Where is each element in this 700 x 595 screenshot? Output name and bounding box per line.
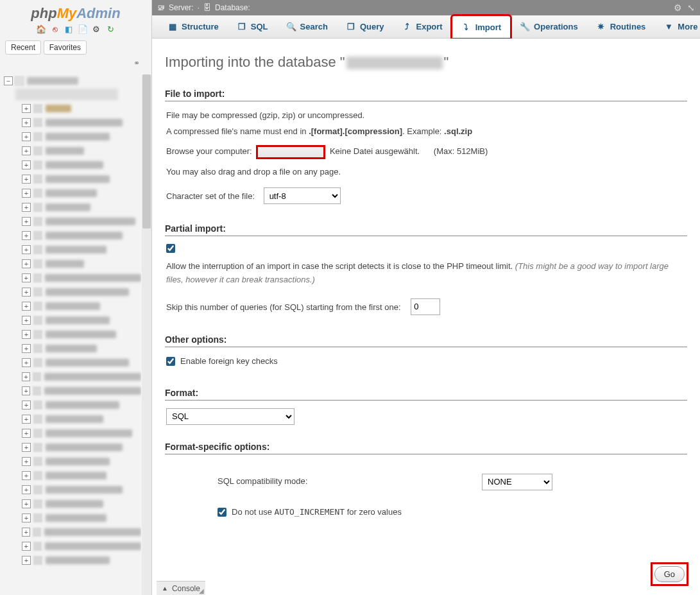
console-bar[interactable]: ▲ Console ◢ — [157, 581, 205, 595]
charset-select[interactable]: utf-8 — [264, 187, 341, 204]
link-icon[interactable]: ⚭ — [133, 58, 140, 67]
tree-table-item[interactable]: + — [22, 186, 141, 200]
fk-checks-checkbox[interactable] — [166, 357, 175, 366]
tree-table-item[interactable]: + — [22, 454, 141, 469]
tree-table-item[interactable]: + — [22, 370, 141, 384]
tree-table-item[interactable]: + — [22, 553, 141, 567]
tree-table-item[interactable]: + — [22, 101, 141, 116]
sql-icon[interactable]: ◧ — [64, 24, 74, 35]
allow-interrupt-checkbox[interactable] — [166, 244, 175, 253]
tree-table-item[interactable]: + — [22, 172, 141, 186]
tree-expand-icon[interactable]: + — [22, 330, 31, 339]
resize-corner-icon[interactable]: ◢ — [199, 587, 204, 594]
skip-queries-input[interactable] — [411, 298, 440, 315]
tree-table-item[interactable]: + — [22, 398, 141, 412]
tree-table-item[interactable]: + — [22, 511, 141, 525]
tree-table-item[interactable]: + — [22, 539, 141, 553]
tree-expand-icon[interactable]: + — [22, 372, 30, 381]
tree-expand-icon[interactable]: + — [22, 203, 31, 212]
tab-search[interactable]: 🔍Search — [277, 15, 337, 38]
tree-table-item[interactable]: + — [22, 285, 141, 299]
tab-sql[interactable]: ❐SQL — [228, 15, 277, 38]
tree-table-item[interactable]: + — [22, 469, 141, 483]
tree-expand-icon[interactable]: + — [22, 471, 31, 480]
tab-structure[interactable]: ▦Structure — [158, 15, 228, 38]
tree-expand-icon[interactable]: + — [22, 443, 31, 452]
tree-table-item[interactable]: + — [22, 327, 141, 341]
refresh-icon[interactable]: ↻ — [105, 24, 115, 35]
tree-table-item[interactable]: + — [22, 341, 141, 356]
tree-expand-icon[interactable]: + — [22, 528, 30, 537]
tree-table-item[interactable]: + — [22, 257, 141, 271]
tab-operations[interactable]: 🔧Operations — [511, 15, 587, 38]
tree-expand-icon[interactable]: + — [22, 217, 31, 226]
tree-table-item[interactable]: + — [22, 412, 141, 426]
sql-compat-select[interactable]: NONE — [482, 474, 552, 490]
tree-expand-icon[interactable]: + — [22, 457, 31, 466]
tab-query[interactable]: ❐Query — [337, 15, 393, 38]
tree-table-item[interactable]: + — [22, 384, 141, 398]
favorites-tab[interactable]: Favorites — [44, 40, 87, 55]
tab-export[interactable]: ⤴Export — [393, 15, 451, 38]
database-label[interactable]: Database: — [215, 3, 250, 12]
home-icon[interactable]: 🏠 — [36, 24, 46, 35]
tree-table-item[interactable]: + — [22, 525, 141, 539]
tab-import[interactable]: ⤵Import — [452, 15, 511, 39]
tree-table-item[interactable]: + — [22, 497, 141, 511]
db-tree[interactable]: −+++++++++++++++++++++++++++++++++ — [0, 74, 141, 595]
tree-expand-icon[interactable]: + — [22, 245, 31, 254]
tree-expand-icon[interactable]: + — [22, 231, 31, 240]
tree-expand-icon[interactable]: + — [22, 358, 31, 367]
tree-expand-icon[interactable]: + — [22, 302, 31, 311]
file-input[interactable] — [256, 145, 325, 159]
tree-table-item[interactable]: + — [22, 243, 141, 257]
sidebar-scrollbar[interactable] — [142, 74, 151, 595]
tree-expand-icon[interactable]: + — [22, 146, 31, 155]
tree-expand-icon[interactable]: + — [22, 513, 31, 522]
tree-expand-icon[interactable]: + — [22, 175, 31, 184]
tree-table-item[interactable]: + — [22, 130, 141, 144]
tree-expand-icon[interactable]: + — [22, 118, 31, 127]
auto-increment-checkbox[interactable] — [218, 508, 226, 517]
tree-table-item[interactable]: + — [22, 200, 141, 214]
tree-table-item[interactable]: + — [22, 158, 141, 172]
tree-collapse-icon[interactable]: − — [4, 76, 13, 85]
doc-icon[interactable]: 📄 — [78, 24, 88, 35]
exit-icon[interactable]: ⎋ — [50, 24, 60, 35]
go-button[interactable]: Go — [654, 566, 685, 582]
recent-tab[interactable]: Recent — [5, 40, 41, 55]
tree-table-item[interactable]: + — [22, 356, 141, 370]
tree-expand-icon[interactable]: + — [22, 259, 31, 268]
tree-selected-item[interactable] — [15, 89, 118, 100]
tree-table-item[interactable]: + — [22, 144, 141, 158]
tree-expand-icon[interactable]: + — [22, 386, 30, 395]
tree-table-item[interactable]: + — [22, 116, 141, 130]
tree-table-item[interactable]: + — [22, 299, 141, 313]
tree-expand-icon[interactable]: + — [22, 499, 31, 508]
tab-routines[interactable]: ✷Routines — [587, 15, 655, 38]
tree-expand-icon[interactable]: + — [22, 189, 31, 198]
tree-table-item[interactable]: + — [22, 426, 141, 440]
tree-table-item[interactable]: + — [22, 483, 141, 497]
tree-expand-icon[interactable]: + — [22, 401, 31, 410]
tree-expand-icon[interactable]: + — [22, 556, 31, 565]
tree-expand-icon[interactable]: + — [22, 132, 31, 141]
tree-expand-icon[interactable]: + — [22, 316, 31, 325]
tree-expand-icon[interactable]: + — [22, 415, 31, 424]
tree-table-item[interactable]: + — [22, 271, 141, 285]
tree-expand-icon[interactable]: + — [22, 273, 31, 282]
pma-logo[interactable]: phpMyAdmin — [0, 0, 151, 23]
tree-table-item[interactable]: + — [22, 229, 141, 243]
tree-db-name[interactable] — [27, 77, 78, 85]
tree-table-item[interactable]: + — [22, 440, 141, 454]
tree-expand-icon[interactable]: + — [22, 104, 31, 113]
tree-expand-icon[interactable]: + — [22, 429, 31, 438]
tree-table-item[interactable]: + — [22, 313, 141, 327]
tree-table-item[interactable]: + — [22, 214, 141, 229]
tree-expand-icon[interactable]: + — [22, 542, 31, 551]
tab-more[interactable]: ▼More — [654, 15, 700, 38]
tree-expand-icon[interactable]: + — [22, 344, 31, 353]
tree-expand-icon[interactable]: + — [22, 288, 31, 297]
tree-expand-icon[interactable]: + — [22, 485, 31, 494]
server-label[interactable]: Server: — [169, 3, 194, 12]
